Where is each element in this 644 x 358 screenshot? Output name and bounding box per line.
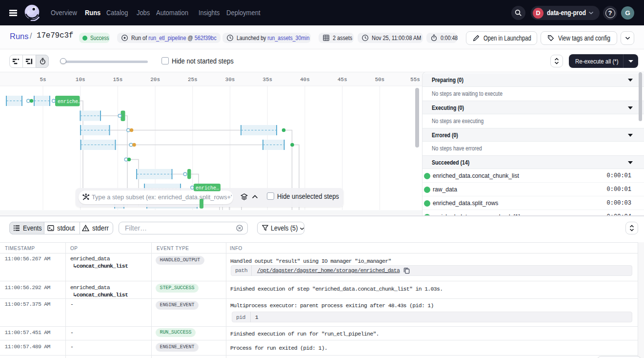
svg-text:55s: 55s bbox=[410, 77, 420, 83]
svg-text:35s: 35s bbox=[262, 77, 272, 83]
svg-text:15s: 15s bbox=[113, 77, 122, 83]
svg-text:20s: 20s bbox=[150, 77, 160, 83]
svg-text:25s: 25s bbox=[188, 77, 198, 83]
svg-text:5s: 5s bbox=[40, 77, 46, 83]
svg-text:enriche…: enriche… bbox=[196, 186, 219, 191]
svg-text:50s: 50s bbox=[375, 77, 384, 83]
svg-text:45s: 45s bbox=[338, 77, 347, 83]
svg-text:40s: 40s bbox=[300, 77, 310, 83]
svg-text:10s: 10s bbox=[76, 77, 85, 83]
svg-text:30s: 30s bbox=[225, 77, 235, 83]
svg-text:enriche…: enriche… bbox=[58, 99, 81, 105]
